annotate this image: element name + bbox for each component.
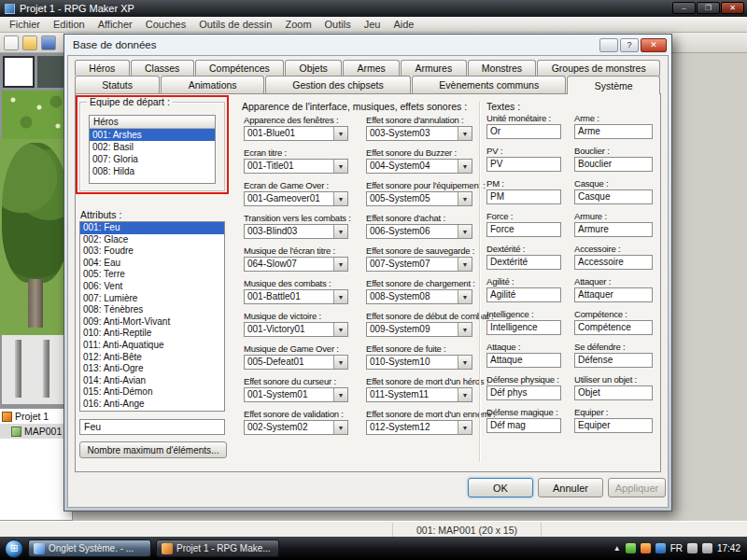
menu-item[interactable]: Aide xyxy=(387,17,420,32)
attribute-list-item[interactable]: 012: Anti-Bête xyxy=(80,352,224,364)
dropdown-arrow-icon[interactable]: ▼ xyxy=(458,127,472,140)
party-list-item[interactable]: 008: Hilda xyxy=(90,165,215,177)
dropdown-arrow-icon[interactable]: ▼ xyxy=(458,290,472,303)
attribute-list-item[interactable]: 008: Ténèbres xyxy=(80,304,224,316)
combo-box[interactable]: 001-Blue01▼ xyxy=(244,126,348,141)
combo-box[interactable]: 010-System10▼ xyxy=(366,355,472,370)
open-project-icon[interactable] xyxy=(22,35,37,50)
tab[interactable]: Système xyxy=(567,76,660,94)
text-input[interactable]: Dextérité xyxy=(486,255,561,270)
combo-box[interactable]: 002-System02▼ xyxy=(244,420,348,435)
dropdown-arrow-icon[interactable]: ▼ xyxy=(458,356,472,369)
taskbar-button[interactable]: Projet 1 - RPG Make... xyxy=(156,539,279,557)
combo-box[interactable]: 001-System01▼ xyxy=(244,387,348,402)
menu-item[interactable]: Couches xyxy=(139,17,192,32)
start-button[interactable]: ⊞ xyxy=(5,539,23,558)
attribute-list-item[interactable]: 013: Anti-Ogre xyxy=(80,363,224,375)
combo-box[interactable]: 064-Slow07▼ xyxy=(244,257,348,272)
tab[interactable]: Objets xyxy=(285,60,342,76)
dropdown-arrow-icon[interactable]: ▼ xyxy=(458,323,472,336)
text-input[interactable]: PV xyxy=(486,157,561,172)
combo-box[interactable]: 001-Battle01▼ xyxy=(244,289,348,304)
ok-button[interactable]: OK xyxy=(468,478,533,497)
tab[interactable]: Classes xyxy=(131,60,194,76)
tab[interactable]: Monstres xyxy=(468,60,537,76)
combo-box[interactable]: 008-System08▼ xyxy=(366,289,472,304)
save-icon[interactable] xyxy=(41,35,56,50)
attribute-name-input[interactable]: Feu xyxy=(79,419,225,435)
dropdown-arrow-icon[interactable]: ▼ xyxy=(333,192,347,205)
dropdown-arrow-icon[interactable]: ▼ xyxy=(333,290,347,303)
selected-tile[interactable] xyxy=(3,56,35,88)
attribute-list-item[interactable]: 014: Anti-Avian xyxy=(80,375,224,387)
combo-box[interactable]: 001-Victory01▼ xyxy=(244,322,348,337)
combo-box[interactable]: 009-System09▼ xyxy=(366,322,472,337)
text-input[interactable]: Agilité xyxy=(486,287,561,302)
dialog-help-button[interactable]: ? xyxy=(620,38,639,52)
dropdown-arrow-icon[interactable]: ▼ xyxy=(458,258,472,271)
attribute-list-item[interactable]: 009: Anti-Mort-Vivant xyxy=(80,316,224,329)
combo-box[interactable]: 007-System07▼ xyxy=(366,257,472,272)
text-input[interactable]: Casque xyxy=(574,189,653,204)
tree-tile[interactable] xyxy=(0,139,71,335)
attribute-list-item[interactable]: 007: Lumière xyxy=(80,293,224,305)
tileset-palette[interactable] xyxy=(0,53,71,408)
clock[interactable]: 17:42 xyxy=(717,543,740,553)
attribute-list-item[interactable]: 005: Terre xyxy=(80,269,224,281)
dialog-close-button[interactable]: ✕ xyxy=(641,38,667,52)
tree-item-map[interactable]: MAP001 xyxy=(0,424,72,439)
text-input[interactable]: Equiper xyxy=(574,418,653,433)
party-list-item[interactable]: 002: Basil xyxy=(90,141,215,153)
menu-item[interactable]: Fichier xyxy=(3,17,47,32)
max-elements-button[interactable]: Nombre maximum d'éléments... xyxy=(79,441,227,458)
dropdown-arrow-icon[interactable]: ▼ xyxy=(333,421,347,434)
grass-tiles[interactable] xyxy=(2,91,69,139)
text-input[interactable]: Intelligence xyxy=(486,320,561,335)
tree-item-project[interactable]: Projet 1 xyxy=(0,409,72,424)
attribute-list-item[interactable]: 011: Anti-Aquatique xyxy=(80,340,224,352)
dropdown-arrow-icon[interactable]: ▼ xyxy=(333,160,347,173)
tab[interactable]: Animations xyxy=(161,76,264,93)
tab[interactable]: Groupes de monstres xyxy=(537,60,660,76)
menu-item[interactable]: Edition xyxy=(47,17,92,32)
combo-box[interactable]: 003-System03▼ xyxy=(366,126,472,141)
network-icon[interactable] xyxy=(702,543,712,553)
dropdown-arrow-icon[interactable]: ▼ xyxy=(458,225,472,238)
attribute-list-item[interactable]: 015: Anti-Démon xyxy=(80,386,224,399)
text-input[interactable]: Attaquer xyxy=(574,287,653,302)
party-list[interactable]: Héros 001: Arshes002: Basil007: Gloria00… xyxy=(89,115,216,184)
dropdown-arrow-icon[interactable]: ▼ xyxy=(458,421,472,434)
combo-box[interactable]: 012-System12▼ xyxy=(366,420,472,435)
tab[interactable]: Compétences xyxy=(195,60,284,76)
attribute-list-item[interactable]: 003: Foudre xyxy=(80,245,224,258)
apply-button[interactable]: Appliquer xyxy=(608,478,666,497)
combo-box[interactable]: 004-System04▼ xyxy=(366,159,472,174)
attribute-list-item[interactable]: 002: Glace xyxy=(80,234,224,246)
object-tiles[interactable] xyxy=(2,335,69,404)
combo-box[interactable]: 006-System06▼ xyxy=(366,224,472,239)
dialog-extra-button[interactable] xyxy=(599,38,618,52)
language-indicator[interactable]: FR xyxy=(670,543,683,553)
dropdown-arrow-icon[interactable]: ▼ xyxy=(458,160,472,173)
party-list-item[interactable]: 001: Arshes xyxy=(90,129,215,141)
combo-box[interactable]: 003-Blind03▼ xyxy=(244,224,348,239)
minimize-button[interactable]: – xyxy=(672,2,696,14)
text-input[interactable]: Défense xyxy=(574,353,653,368)
tab[interactable]: Héros xyxy=(75,60,130,76)
text-input[interactable]: Arme xyxy=(574,124,653,139)
text-input[interactable]: Déf phys xyxy=(486,385,561,400)
combo-box[interactable]: 001-Title01▼ xyxy=(244,159,348,174)
tray-app-blue-icon[interactable] xyxy=(655,543,666,553)
text-input[interactable]: Attaque xyxy=(486,353,561,368)
text-input[interactable]: Force xyxy=(486,222,561,237)
tray-app-green-icon[interactable] xyxy=(626,543,636,553)
combo-box[interactable]: 005-Defeat01▼ xyxy=(244,355,348,370)
hidden-icons-arrow-icon[interactable]: ▲ xyxy=(613,544,621,553)
attribute-list-item[interactable]: 004: Eau xyxy=(80,258,224,270)
tab[interactable]: Statuts xyxy=(75,76,160,93)
combo-box[interactable]: 001-Gameover01▼ xyxy=(244,191,348,206)
attribute-list-item[interactable]: 016: Anti-Ange xyxy=(80,399,224,411)
attribute-list-item[interactable]: 006: Vent xyxy=(80,281,224,293)
new-project-icon[interactable] xyxy=(4,35,19,50)
attributes-list[interactable]: 001: Feu002: Glace003: Foudre004: Eau005… xyxy=(79,221,225,412)
